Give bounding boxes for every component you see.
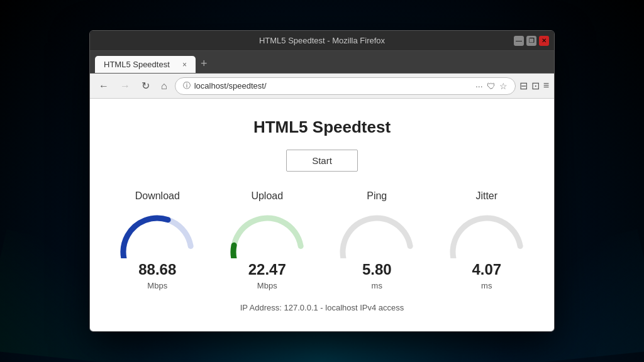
gauge-label-jitter: Jitter	[475, 190, 497, 202]
gauge-value-download: 88.68	[138, 261, 176, 278]
bookmark-icon[interactable]: ☆	[499, 81, 508, 91]
gauge-ping: Ping5.80ms	[336, 190, 418, 290]
refresh-button[interactable]: ↻	[138, 77, 153, 94]
gauge-label-ping: Ping	[367, 190, 387, 202]
gauge-svg-upload	[226, 208, 308, 258]
tab-label: HTML5 Speedtest	[104, 60, 170, 69]
tab-close-button[interactable]: ×	[182, 60, 187, 69]
start-button[interactable]: Start	[286, 150, 358, 172]
gauges-container: Download88.68MbpsUpload22.47MbpsPing5.80…	[103, 190, 541, 290]
gauge-label-upload: Upload	[251, 190, 283, 202]
gauge-unit-download: Mbps	[147, 281, 167, 290]
gauge-unit-ping: ms	[372, 281, 382, 290]
shield-icon[interactable]: 🛡	[487, 81, 496, 91]
window-controls: — ❐ ✕	[514, 36, 549, 46]
gauge-svg-ping	[336, 208, 418, 258]
title-bar: HTML5 Speedtest - Mozilla Firefox — ❐ ✕	[90, 31, 554, 51]
page-content: HTML5 Speedtest Start Download88.68MbpsU…	[90, 99, 554, 331]
minimize-button[interactable]: —	[514, 36, 524, 46]
maximize-button[interactable]: ❐	[526, 36, 536, 46]
forward-button[interactable]: →	[116, 78, 134, 94]
back-button[interactable]: ←	[95, 78, 113, 94]
gauge-value-ping: 5.80	[362, 261, 392, 278]
gauge-value-upload: 22.47	[248, 261, 286, 278]
gauge-unit-jitter: ms	[481, 281, 492, 290]
tab-bar: HTML5 Speedtest × +	[90, 51, 554, 74]
library-icon[interactable]: ⊟	[519, 80, 528, 92]
browser-window: HTML5 Speedtest - Mozilla Firefox — ❐ ✕ …	[89, 30, 555, 332]
gauge-unit-upload: Mbps	[257, 281, 277, 290]
url-text: localhost/speedtest/	[194, 81, 472, 90]
gauge-upload: Upload22.47Mbps	[226, 190, 308, 290]
browser-title: HTML5 Speedtest - Mozilla Firefox	[259, 36, 385, 45]
start-button-container: Start	[103, 150, 541, 172]
sync-icon[interactable]: ⊡	[531, 80, 540, 92]
home-button[interactable]: ⌂	[157, 78, 171, 94]
gauge-svg-download	[116, 208, 198, 258]
gauge-svg-jitter	[446, 208, 528, 258]
url-actions: ··· 🛡 ☆	[475, 81, 508, 91]
gauge-jitter: Jitter4.07ms	[446, 190, 528, 290]
security-icon: ⓘ	[183, 80, 191, 91]
menu-icon[interactable]: ≡	[543, 80, 549, 92]
page-title: HTML5 Speedtest	[103, 118, 541, 137]
toolbar-right: ⊟ ⊡ ≡	[519, 80, 549, 92]
address-bar: ← → ↻ ⌂ ⓘ localhost/speedtest/ ··· 🛡 ☆ ⊟…	[90, 74, 554, 99]
close-button[interactable]: ✕	[539, 36, 549, 46]
gauge-value-jitter: 4.07	[472, 261, 501, 278]
gauge-label-download: Download	[135, 190, 180, 202]
more-icon[interactable]: ···	[475, 81, 483, 91]
active-tab[interactable]: HTML5 Speedtest ×	[95, 56, 196, 73]
new-tab-button[interactable]: +	[196, 57, 213, 70]
url-bar[interactable]: ⓘ localhost/speedtest/ ··· 🛡 ☆	[175, 77, 516, 95]
gauge-download: Download88.68Mbps	[116, 190, 198, 290]
ip-info: IP Address: 127.0.0.1 - localhost IPv4 a…	[103, 303, 541, 312]
